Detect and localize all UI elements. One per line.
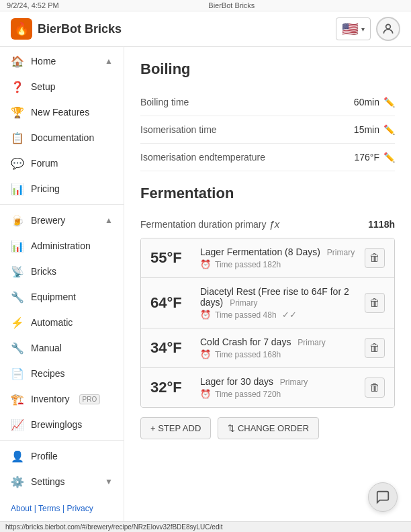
sidebar-label-automatic: Automatic (31, 317, 73, 328)
sidebar-item-new-features[interactable]: 🏆 New Features (0, 99, 124, 125)
step-meta-2: ⏰ Time passed 168h (200, 349, 355, 359)
isomerisation-endtemp-edit-icon[interactable]: ✏️ (383, 152, 395, 163)
boiling-time-edit-icon[interactable]: ✏️ (383, 97, 395, 107)
about-link[interactable]: About (11, 504, 32, 513)
logo-text: BierBot Bricks (38, 22, 122, 36)
step-badge-2: Primary (298, 338, 325, 347)
sidebar-item-manual[interactable]: 🔧 Manual (0, 335, 124, 361)
sidebar-item-inventory[interactable]: 🏗️ Inventory PRO (0, 386, 124, 412)
sidebar-item-recipes[interactable]: 📄 Recipes (0, 361, 124, 386)
step-name-0: Lager Fermentation (8 Days) Primary (200, 247, 355, 257)
sidebar-label-manual: Manual (31, 343, 62, 353)
isomerisation-endtemp-label: Isomerisation endtemperature (140, 152, 265, 163)
step-name-1: Diacetyl Rest (Free rise to 64F for 2 da… (200, 286, 355, 308)
svg-point-0 (386, 24, 391, 29)
clock-icon-3: ⏰ (200, 389, 211, 399)
browser-time: 9/2/24, 4:52 PM (7, 1, 59, 9)
step-time-0: Time passed 182h (215, 260, 281, 269)
sidebar-item-pricing[interactable]: 📊 Pricing (0, 176, 124, 202)
change-order-button[interactable]: ⇅ CHANGE ORDER (218, 417, 319, 439)
isomerisation-time-value: 15min (354, 124, 379, 135)
sidebar-label-brewery: Brewery (31, 215, 65, 226)
step-delete-3[interactable]: 🗑 (365, 378, 385, 398)
terms-link[interactable]: Terms (38, 504, 60, 513)
boiling-time-row: Boiling time 60min ✏️ (140, 89, 395, 116)
home-arrow: ▲ (105, 56, 113, 66)
table-row: 55°F Lager Fermentation (8 Days) Primary… (141, 238, 394, 278)
sidebar-label-bricks: Bricks (31, 266, 56, 277)
step-info-3: Lager for 30 days Primary ⏰ Time passed … (200, 376, 355, 399)
manual-icon: 🔧 (11, 341, 24, 355)
sidebar-item-automatic[interactable]: ⚡ Automatic (0, 310, 124, 335)
sidebar-label-recipes: Recipes (31, 368, 65, 379)
sidebar-item-profile[interactable]: 👤 Profile (0, 443, 124, 469)
sidebar-label-brewinglogs: Brewinglogs (31, 419, 82, 430)
sidebar-item-documentation[interactable]: 📋 Documentation (0, 125, 124, 150)
sidebar-label-settings: Settings (31, 476, 65, 487)
fermentation-steps: 55°F Lager Fermentation (8 Days) Primary… (140, 238, 395, 408)
step-info-0: Lager Fermentation (8 Days) Primary ⏰ Ti… (200, 247, 355, 269)
boiling-time-value: 60min (354, 97, 379, 107)
logo-area: 🔥 BierBot Bricks (11, 18, 122, 40)
brewery-arrow: ▲ (105, 216, 113, 225)
isomerisation-time-edit-icon[interactable]: ✏️ (383, 124, 395, 135)
boiling-time-value-container: 60min ✏️ (354, 97, 395, 107)
fermentation-duration-row: Fermentation duration primary ƒx 1118h (140, 213, 395, 238)
forum-icon: 💬 (11, 157, 24, 170)
inventory-icon: 🏗️ (11, 392, 24, 406)
setup-icon: ❓ (11, 80, 24, 93)
user-menu-button[interactable] (376, 17, 400, 41)
sidebar-label-profile: Profile (31, 451, 58, 461)
sidebar-label-equipment: Equipment (31, 292, 76, 302)
clock-icon-2: ⏰ (200, 349, 211, 359)
chat-button[interactable] (368, 482, 398, 512)
sidebar-item-bricks[interactable]: 📡 Bricks (0, 259, 124, 284)
sidebar-item-brewinglogs[interactable]: 📈 Brewinglogs (0, 412, 124, 437)
fx-icon: ƒx (269, 218, 280, 230)
step-meta-1: ⏰ Time passed 48h ✓✓ (200, 310, 355, 320)
equipment-icon: 🔧 (11, 290, 24, 304)
separator-1: | (34, 504, 36, 513)
sidebar-label-home: Home (31, 56, 56, 66)
sidebar-item-home[interactable]: 🏠 Home ▲ (0, 48, 124, 74)
step-badge-0: Primary (327, 248, 355, 257)
sidebar-item-equipment[interactable]: 🔧 Equipment (0, 284, 124, 310)
sidebar-item-forum[interactable]: 💬 Forum (0, 150, 124, 176)
brewery-icon: 🍺 (11, 214, 24, 227)
settings-arrow: ▼ (105, 477, 113, 486)
step-delete-0[interactable]: 🗑 (365, 248, 385, 268)
clock-icon-0: ⏰ (200, 259, 211, 269)
sidebar-item-setup[interactable]: ❓ Setup (0, 74, 124, 99)
privacy-link[interactable]: Privacy (66, 504, 93, 513)
check-icon-1: ✓✓ (282, 310, 297, 320)
table-row: 64°F Diacetyl Rest (Free rise to 64F for… (141, 278, 394, 328)
sidebar-label-inventory: Inventory (31, 394, 70, 404)
sidebar-item-administration[interactable]: 📊 Administration (0, 233, 124, 259)
boiling-title: Boiling (140, 60, 395, 78)
table-row: 32°F Lager for 30 days Primary ⏰ Time pa… (141, 368, 394, 407)
boiling-time-label: Boiling time (140, 97, 189, 107)
isomerisation-endtemp-row: Isomerisation endtemperature 176°F ✏️ (140, 144, 395, 171)
sidebar-item-settings[interactable]: ⚙️ Settings ▼ (0, 469, 124, 494)
administration-icon: 📊 (11, 239, 24, 253)
step-add-button[interactable]: + STEP ADD (140, 417, 211, 439)
documentation-icon: 📋 (11, 131, 24, 144)
sidebar-item-brewery[interactable]: 🍺 Brewery ▲ (0, 208, 124, 233)
step-delete-2[interactable]: 🗑 (365, 338, 385, 358)
flag-icon: 🇺🇸 (342, 21, 359, 37)
step-temp-3: 32°F (150, 379, 191, 396)
action-buttons: + STEP ADD ⇅ CHANGE ORDER (140, 417, 395, 439)
step-badge-3: Primary (280, 378, 308, 387)
recipes-icon: 📄 (11, 367, 24, 380)
step-delete-1[interactable]: 🗑 (365, 293, 385, 313)
clock-icon-1: ⏰ (200, 310, 211, 320)
language-selector[interactable]: 🇺🇸 ▾ (336, 17, 371, 40)
fermentation-duration-label: Fermentation duration primary ƒx (140, 218, 279, 230)
settings-icon: ⚙️ (11, 475, 24, 488)
step-time-3: Time passed 720h (215, 390, 281, 399)
automatic-icon: ⚡ (11, 316, 24, 329)
sidebar-divider-1 (0, 204, 124, 205)
step-temp-1: 64°F (150, 294, 191, 312)
top-right-controls: 🇺🇸 ▾ (336, 17, 400, 41)
step-time-2: Time passed 168h (215, 350, 281, 359)
